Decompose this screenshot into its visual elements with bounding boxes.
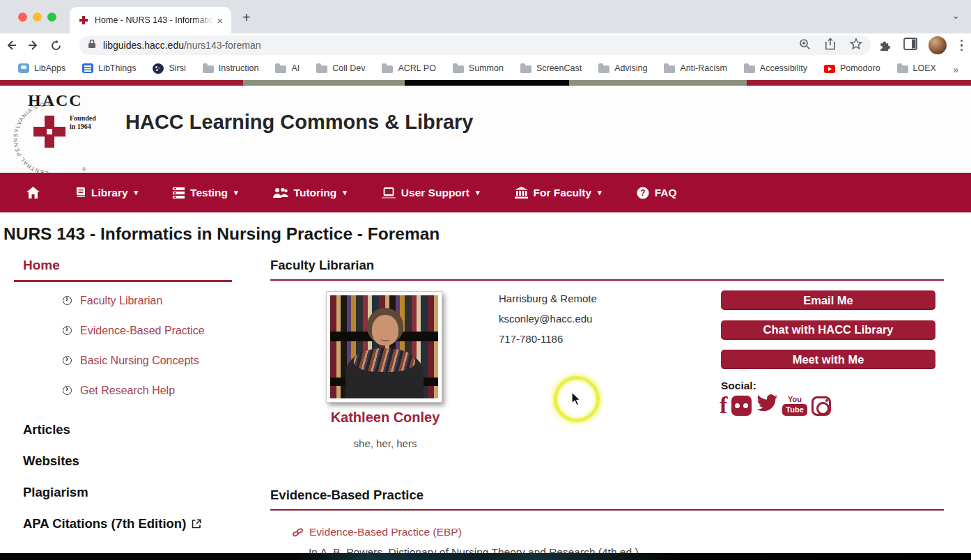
bookmark-item[interactable]: AI [275,63,300,73]
sidebar-sublink-label: Basic Nursing Concepts [80,355,199,367]
main-navigation: Library▾ Testing▾ Tutoring▾ User Support… [0,173,971,212]
bookmark-icon [897,65,908,73]
sidebar-page-link[interactable]: Articles [23,422,232,437]
flickr-icon[interactable] [731,396,752,416]
bookmark-item[interactable]: Summon [453,63,504,73]
sidebar-item-home-active[interactable]: Home [23,258,232,273]
bookmark-label: ACRL PO [398,63,435,73]
bookmark-label: ScreenCast [536,63,582,73]
sidebar-sublink-label: Faculty Librarian [80,295,162,307]
sidebar-sublink[interactable]: Faculty Librarian [63,295,232,307]
zoom-page-icon[interactable] [799,38,811,53]
address-bar[interactable]: libguides.hacc.edu/nurs143-foreman [79,36,871,55]
contact-email[interactable]: ksconley@hacc.edu [499,313,597,325]
circle-arrow-icon [63,386,72,395]
profile-avatar[interactable] [929,36,947,54]
forward-button[interactable] [22,38,45,52]
section-heading: Faculty Librarian [270,258,944,273]
chevron-down-icon: ▾ [476,188,480,197]
contact-phone: 717-780-1186 [499,333,597,345]
browser-tab[interactable]: Home - NURS 143 - Informatic × [70,7,231,33]
instagram-icon[interactable] [811,396,831,416]
tab-close-icon[interactable]: × [215,15,224,26]
librarian-photo-image [330,295,438,398]
section-heading-rule [270,279,944,281]
minimize-window-button[interactable] [33,13,42,22]
sidebar-page-link[interactable]: Websites [23,453,232,469]
meet-with-me-button[interactable]: Meet with Me [721,350,935,369]
site-header: CENTRAL PENNSYLVANIA'S COMMUNITY COLLEGE… [0,86,971,173]
side-panel-icon[interactable] [903,38,917,53]
extensions-puzzle-icon[interactable] [878,37,892,54]
close-window-button[interactable] [18,13,27,22]
ebp-link[interactable]: Evidence-Based Practice (EBP) [309,526,462,538]
bookmark-item[interactable]: Accessibility [744,63,807,73]
tab-favicon-icon [78,15,89,26]
logo-acronym: HACC [28,91,83,110]
logo-founded-text: Founded in 1964 [70,114,96,130]
sidebar-page-link-external[interactable]: APA Citations (7th Edition) [23,516,232,531]
browser-titlebar: Home - NURS 143 - Informatic × + ⌄ [0,0,971,33]
nav-tutoring-dropdown[interactable]: Tutoring▾ [273,187,347,199]
question-circle-icon: ? [637,187,649,199]
bookmark-item[interactable]: Anti-Racism [664,63,727,73]
back-button[interactable] [0,38,22,52]
reload-button[interactable] [45,38,67,51]
hacc-logo[interactable]: CENTRAL PENNSYLVANIA'S COMMUNITY COLLEGE… [6,88,96,171]
sidebar-sublink[interactable]: Evidence-Based Practice [63,325,232,337]
twitter-icon[interactable] [756,394,778,416]
section-heading-rule [270,509,944,511]
chevron-down-icon: ▾ [343,188,347,197]
bookmark-item[interactable]: Instruction [203,63,259,73]
share-icon[interactable] [825,38,836,53]
youtube-icon[interactable]: You Tube [782,396,807,416]
section-heading: Evidence-Based Practice [270,488,944,503]
action-buttons: Email Me Chat with HACC Library Meet wit… [721,290,935,380]
bookmark-icon [153,63,164,74]
social-icons: f You Tube [720,394,831,416]
sidebar-page-link[interactable]: Plagiarism [23,485,232,500]
browser-menu-icon[interactable] [958,40,966,52]
nav-home-button[interactable] [26,187,40,199]
bookmark-item[interactable]: ACRL PO [382,63,435,73]
bookmark-item[interactable]: Sirsi [153,63,185,74]
bookmark-item[interactable]: ScreenCast [520,63,582,73]
librarian-photo[interactable] [326,291,442,403]
screenshot-root: Home - NURS 143 - Informatic × + ⌄ libgu… [0,0,971,560]
email-me-button[interactable]: Email Me [721,290,935,310]
bookmark-label: Sirsi [169,63,185,73]
bookmark-item[interactable]: Pomodoro [824,63,880,73]
facebook-icon[interactable]: f [720,396,727,416]
bookmark-icon [664,65,675,73]
bookmark-item[interactable]: Advising [598,63,647,73]
sidebar-pages: Articles Websites Plagiarism [14,422,232,500]
bookmark-item[interactable]: LOEX [897,63,936,73]
lock-icon [88,39,96,52]
new-tab-button[interactable]: + [242,10,251,26]
bookmark-label: Anti-Racism [680,63,727,73]
bookmark-label: Pomodoro [840,63,880,73]
nav-for-faculty-dropdown[interactable]: For Faculty▾ [515,187,602,199]
bookmark-star-icon[interactable] [850,38,862,53]
nav-testing-dropdown[interactable]: Testing▾ [173,187,238,199]
bookmark-icon [824,65,835,73]
fullscreen-window-button[interactable] [47,13,56,22]
mouse-cursor [571,391,583,407]
chat-with-library-button[interactable]: Chat with HACC Library [721,320,935,340]
bookmark-item[interactable]: LibThings [82,63,136,73]
librarian-name-link[interactable]: Kathleen Conley [295,410,476,426]
bookmark-icon [744,65,755,73]
bookmark-label: LOEX [913,63,936,73]
bookmark-label: Accessibility [760,63,807,73]
sidebar-sublink[interactable]: Basic Nursing Concepts [63,355,232,367]
nav-user-support-dropdown[interactable]: User Support▾ [382,187,480,199]
nav-library-dropdown[interactable]: Library▾ [75,187,138,199]
bookmark-item[interactable]: LibApps [18,63,65,73]
bookmarks-overflow-chevron[interactable]: » [953,64,958,75]
window-chevron-icon[interactable]: ⌄ [951,10,960,21]
chevron-down-icon: ▾ [134,188,139,197]
nav-faq-button[interactable]: ? FAQ [637,187,677,199]
sidebar: Home Faculty Librarian Evidence-Based Pr… [14,258,232,547]
sidebar-sublink[interactable]: Get Research Help [63,384,232,397]
bookmark-item[interactable]: Coll Dev [316,63,365,73]
